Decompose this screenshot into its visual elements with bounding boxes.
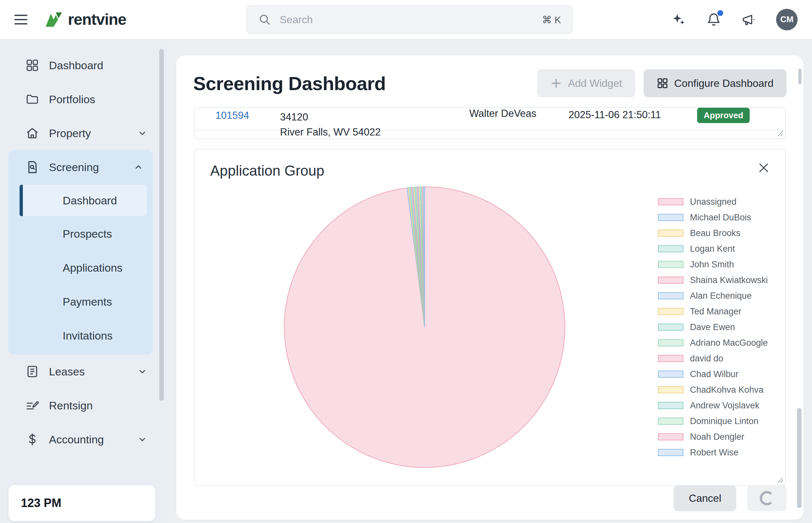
table-row[interactable]: 101594 34120 River Falls, WV 54022 Walte… (195, 107, 785, 131)
sidebar-item-screening[interactable]: Screening (8, 150, 153, 184)
legend-label: Shaina Kwiatkowski (690, 275, 768, 285)
legend-swatch (658, 433, 683, 440)
cancel-button[interactable]: Cancel (673, 485, 736, 511)
sidebar-item-screening-invitations[interactable]: Invitations (8, 319, 153, 353)
widget-resize-handle[interactable] (776, 476, 783, 483)
legend-label: Ted Manager (690, 307, 741, 317)
sidebar-group-screening: Screening Dashboard Prospects Applicatio… (8, 150, 153, 355)
clock-time: 123 PM (21, 496, 61, 510)
sidebar-item-portfolios[interactable]: Portfolios (0, 82, 168, 116)
brand-name: rentvine (68, 11, 126, 29)
sidebar-label: Screening (49, 161, 99, 174)
sidebar-item-dashboard[interactable]: Dashboard (0, 48, 168, 82)
legend-item[interactable]: Michael DuBois (658, 213, 770, 223)
application-group-widget: Application Group UnassignedMichael DuBo… (194, 149, 786, 486)
topbar: rentvine ⌘ K (0, 0, 812, 39)
legend-label: Alan Echenique (690, 291, 752, 301)
spinner-icon (760, 491, 774, 505)
applicant-name: Walter DeVeas (469, 108, 537, 120)
legend-label: Unassigned (690, 197, 737, 207)
legend-item[interactable]: Andrew Vojslavek (658, 401, 770, 411)
legend-item[interactable]: ChadKohva Kohva (658, 385, 770, 395)
legend-label: Andrew Vojslavek (690, 401, 759, 411)
legend-item[interactable]: Ted Manager (658, 307, 770, 317)
chevron-up-icon (133, 162, 144, 173)
legend-swatch (658, 324, 683, 331)
application-id-link[interactable]: 101594 (216, 110, 249, 122)
search-shortcut: ⌘ K (542, 14, 561, 25)
main-content: Screening Dashboard Add Widget Configure… (176, 55, 804, 520)
clipboard-icon (25, 365, 39, 378)
sidebar-item-property[interactable]: Property (0, 116, 168, 150)
dashboard-grid-icon (25, 58, 39, 72)
sub-item-label: Payments (63, 295, 112, 308)
legend-item[interactable]: Unassigned (658, 197, 770, 207)
legend-swatch (658, 245, 683, 252)
menu-icon[interactable] (14, 12, 31, 28)
sub-item-label: Applications (63, 262, 123, 274)
legend-label: Beau Brooks (690, 228, 740, 238)
rentvine-logo-icon (44, 11, 63, 28)
sidebar-item-leases[interactable]: Leases (0, 355, 168, 389)
legend-swatch (658, 292, 683, 300)
close-icon[interactable] (757, 161, 770, 174)
notifications-bell-icon[interactable] (706, 12, 721, 27)
search-input[interactable] (280, 14, 534, 26)
add-widget-button[interactable]: Add Widget (537, 69, 635, 97)
sidebar-label: Rentsign (49, 399, 93, 412)
legend-label: John Smith (690, 259, 734, 270)
announcements-megaphone-icon[interactable] (741, 13, 756, 27)
legend-item[interactable]: Dominique Linton (658, 416, 770, 426)
legend-item[interactable]: Noah Dengler (658, 432, 770, 442)
ai-sparkle-icon[interactable] (671, 12, 686, 27)
legend-swatch (658, 355, 683, 362)
configure-dashboard-button[interactable]: Configure Dashboard (644, 69, 787, 97)
legend-swatch (658, 371, 683, 378)
legend-swatch (658, 402, 683, 409)
legend-label: Robert Wise (690, 448, 739, 458)
table-widget-scrollbar[interactable] (798, 69, 801, 84)
legend-item[interactable]: Alan Echenique (658, 291, 770, 301)
sidebar-label: Dashboard (49, 59, 103, 72)
legend-item[interactable]: Shaina Kwiatkowski (658, 275, 770, 285)
sidebar-item-screening-dashboard[interactable]: Dashboard (20, 185, 147, 216)
sidebar-scrollbar[interactable] (159, 49, 164, 401)
legend-item[interactable]: Adriano MacGoogle (658, 338, 770, 348)
main-scrollbar[interactable] (797, 408, 801, 508)
legend-label: Adriano MacGoogle (690, 338, 768, 348)
widget-title: Application Group (210, 163, 770, 179)
sub-item-label: Invitations (63, 329, 113, 342)
sub-item-label: Dashboard (63, 194, 117, 207)
global-search[interactable]: ⌘ K (246, 5, 573, 34)
sidebar-item-screening-prospects[interactable]: Prospects (8, 217, 153, 251)
sub-item-label: Prospects (63, 228, 112, 240)
legend-item[interactable]: Logan Kent (658, 244, 770, 254)
applications-table-widget: 101594 34120 River Falls, WV 54022 Walte… (194, 107, 786, 139)
user-avatar[interactable]: CM (776, 9, 798, 30)
chevron-down-icon (137, 128, 148, 139)
application-timestamp: 2025-11-06 21:50:11 (569, 109, 661, 121)
legend-item[interactable]: John Smith (658, 259, 770, 270)
legend-swatch (658, 418, 683, 425)
legend-item[interactable]: david do (658, 354, 770, 364)
dollar-icon (25, 433, 39, 446)
legend-item[interactable]: Dave Ewen (658, 322, 770, 332)
sidebar-label: Portfolios (49, 93, 95, 106)
legend-label: Dominique Linton (690, 416, 758, 426)
application-address: 34120 River Falls, WV 54022 (280, 110, 381, 139)
sidebar-item-accounting[interactable]: Accounting (0, 422, 168, 456)
legend-swatch (658, 230, 683, 237)
brand-logo[interactable]: rentvine (44, 11, 126, 29)
page-title: Screening Dashboard (193, 72, 386, 94)
legend-item[interactable]: Chad Wilbur (658, 369, 770, 379)
legend-item[interactable]: Beau Brooks (658, 228, 770, 238)
loading-save-button[interactable] (748, 485, 787, 511)
sidebar-item-rentsign[interactable]: Rentsign (0, 389, 168, 422)
plus-icon (550, 77, 562, 89)
sidebar-item-screening-payments[interactable]: Payments (8, 285, 153, 319)
widget-resize-handle[interactable] (776, 129, 783, 137)
legend-swatch (658, 449, 683, 456)
legend-swatch (658, 198, 683, 205)
legend-item[interactable]: Robert Wise (658, 448, 770, 458)
sidebar-item-screening-applications[interactable]: Applications (8, 251, 153, 285)
